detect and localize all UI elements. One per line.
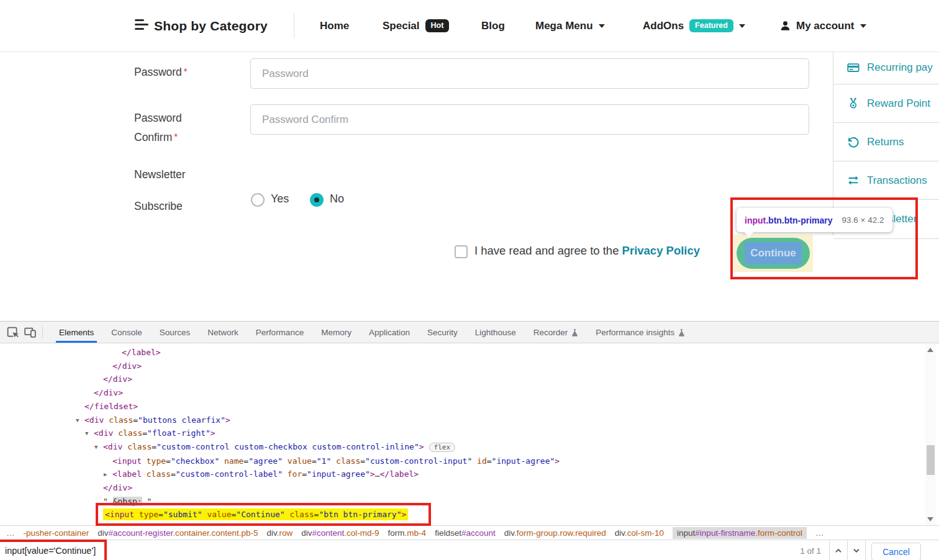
code-token: </label> [380, 469, 419, 479]
nav-item-label: My account [796, 20, 855, 32]
code-token: "btn btn-primary" [319, 510, 401, 519]
code-token: <input [105, 510, 134, 519]
password-input[interactable] [250, 58, 809, 89]
breadcrumb-item[interactable]: fieldset#account [435, 527, 496, 539]
devtools-tabs: ElementsConsoleSourcesNetworkPerformance… [50, 322, 694, 343]
next-match-button[interactable] [848, 540, 864, 560]
expand-arrow-right[interactable]: ▶ [104, 468, 107, 482]
code-token: > [555, 456, 560, 466]
breadcrumb-item[interactable]: form.mb-4 [388, 527, 427, 539]
sidebar-item-transactions[interactable]: Transactions [833, 161, 939, 200]
dom-tree-node[interactable]: ▼<div class="float-right"> [0, 427, 925, 440]
password-confirm-input[interactable] [250, 104, 809, 135]
tab-sources[interactable]: Sources [151, 322, 199, 343]
breadcrumb-item[interactable]: div#account-register.container.content.p… [98, 527, 258, 539]
breadcrumb-item[interactable]: -pusher-container [24, 527, 89, 539]
medal-icon [846, 97, 860, 111]
code-token: "input-agree" [492, 456, 555, 466]
tooltip-dimensions: 93.6 × 42.2 [842, 215, 884, 225]
nav-item-home[interactable]: Home [320, 0, 349, 52]
tab-recorder[interactable]: Recorder [525, 322, 587, 343]
expand-arrow-down[interactable]: ▼ [76, 414, 79, 428]
tab-application[interactable]: Application [360, 322, 419, 343]
find-input[interactable]: input[value='Continue'] [5, 540, 96, 560]
inspect-element-icon[interactable] [4, 323, 21, 341]
nav-item-addons[interactable]: AddOnsFeatured [643, 0, 745, 52]
tab-performance-insights[interactable]: Performance insights [587, 322, 694, 343]
breadcrumb-item[interactable]: div#content.col-md-9 [301, 527, 379, 539]
dom-tree-node[interactable]: <input type="checkbox" name="agree" valu… [0, 454, 925, 468]
dom-tree-node[interactable]: ▼<div class="custom-control custom-check… [0, 440, 925, 454]
sidebar-item-returns[interactable]: Returns [833, 123, 939, 161]
dom-tree-node[interactable]: </div> [0, 359, 925, 373]
sidebar-item-reward-point[interactable]: Reward Point [833, 84, 939, 123]
newsletter-radio-yes[interactable] [251, 193, 265, 207]
experiment-flask-icon [678, 328, 685, 336]
nav-item-blog[interactable]: Blog [481, 0, 505, 52]
scrollbar[interactable] [925, 344, 936, 525]
dom-tree-node[interactable]: ▶<label class="custom-control-label" for… [0, 467, 925, 481]
breadcrumb-item[interactable]: div.row [267, 527, 293, 539]
newsletter-radio-no[interactable] [310, 193, 324, 207]
tab-console[interactable]: Console [102, 322, 151, 343]
breadcrumb-token: #account [461, 528, 496, 538]
dom-tree-node[interactable]: </div> [0, 373, 925, 386]
dom-tree-node[interactable]: </label> [0, 346, 925, 359]
expand-arrow-down[interactable]: ▼ [85, 427, 88, 441]
newsletter-label: Newsletter [134, 168, 186, 181]
inspect-tooltip: input.btn.btn-primary 93.6 × 42.2 [737, 208, 892, 232]
code-token: " [103, 497, 113, 506]
radio-dot [314, 197, 319, 202]
breadcrumb-item[interactable]: … [815, 527, 824, 539]
code-token: class [122, 442, 152, 451]
dom-tree-node[interactable]: " &nbsp; " [0, 495, 925, 508]
cancel-button[interactable]: Cancel [871, 543, 921, 560]
dom-tree-node[interactable]: </div> [0, 386, 925, 400]
tab-label: Lighthouse [475, 328, 516, 337]
previous-match-button[interactable] [830, 540, 846, 560]
tab-label: Sources [160, 328, 191, 337]
sidebar-item-recurring-pay[interactable]: Recurring pay [833, 52, 939, 84]
nav-item-special[interactable]: SpecialHot [383, 0, 449, 52]
breadcrumb-token: … [6, 528, 15, 538]
tab-memory[interactable]: Memory [312, 322, 360, 343]
tab-lighthouse[interactable]: Lighthouse [466, 322, 525, 343]
tab-label: Security [427, 328, 458, 337]
tab-network[interactable]: Network [199, 322, 247, 343]
expand-arrow-down[interactable]: ▼ [94, 441, 98, 454]
nav-item-my-account[interactable]: My account [779, 0, 866, 52]
code-token: name [219, 456, 243, 466]
breadcrumb-item[interactable]: div.form-group.row.required [504, 527, 606, 539]
scrollbar-thumb[interactable] [927, 445, 935, 475]
breadcrumb-token: form [388, 528, 405, 538]
code-token: " [142, 497, 152, 506]
code-token: = [243, 456, 248, 466]
breadcrumb-item[interactable]: … [6, 527, 15, 539]
code-token: <input [112, 456, 142, 466]
code-token: </fieldset> [84, 402, 138, 411]
nav-item-mega-menu[interactable]: Mega Menu [535, 0, 605, 52]
dom-breadcrumbs: …-pusher-containerdiv#account-register.c… [0, 525, 939, 540]
privacy-policy-link[interactable]: Privacy Policy [622, 244, 700, 257]
code-token: for [283, 469, 302, 479]
code-token: type [134, 510, 158, 519]
nav-item-label: Home [320, 20, 349, 32]
dom-tree-node[interactable]: </fieldset> [0, 400, 925, 413]
tab-security[interactable]: Security [419, 322, 466, 343]
dom-tree-node[interactable]: </div> [0, 481, 925, 495]
tab-elements[interactable]: Elements [50, 322, 102, 343]
scrollbar-up-arrow[interactable] [927, 348, 933, 352]
nav-item-label: Special [383, 20, 420, 32]
category-menu-icon[interactable] [135, 19, 148, 32]
agree-checkbox[interactable] [455, 245, 468, 258]
device-toolbar-icon[interactable] [21, 323, 39, 341]
breadcrumb-item[interactable]: div.col-sm-10 [615, 527, 664, 539]
breadcrumb-item[interactable]: input#input-firstname.form-control [673, 527, 807, 539]
code-token: class [142, 469, 171, 479]
code-token: <div [84, 415, 104, 425]
dom-tree-node[interactable]: ▼<div class="buttons clearfix"> [0, 413, 925, 427]
flex-badge[interactable]: flex [429, 443, 456, 452]
tab-performance[interactable]: Performance [247, 322, 312, 343]
scrollbar-down-arrow[interactable] [927, 517, 933, 522]
dom-tree-node[interactable]: <input type="submit" value="Continue" cl… [0, 508, 925, 522]
